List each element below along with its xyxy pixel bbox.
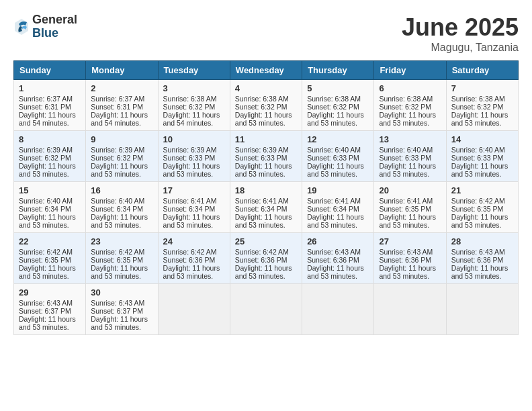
calendar-row-5: 29Sunrise: 6:43 AMSunset: 6:37 PMDayligh…: [14, 284, 519, 335]
day-number: 27: [379, 236, 441, 246]
calendar-cell: [446, 284, 518, 335]
logo-icon: [13, 17, 30, 36]
logo-text: General Blue: [32, 13, 77, 40]
day-number: 7: [451, 83, 513, 93]
day-header-saturday: Saturday: [446, 61, 518, 80]
calendar-cell: 23Sunrise: 6:42 AMSunset: 6:35 PMDayligh…: [86, 233, 158, 284]
day-number: 18: [235, 185, 297, 195]
day-number: 29: [19, 287, 81, 298]
calendar-cell: 1Sunrise: 6:37 AMSunset: 6:31 PMDaylight…: [14, 80, 86, 131]
day-number: 5: [307, 83, 369, 93]
calendar-cell: 19Sunrise: 6:41 AMSunset: 6:34 PMDayligh…: [302, 182, 374, 233]
days-header-row: SundayMondayTuesdayWednesdayThursdayFrid…: [14, 61, 519, 80]
calendar-cell: [302, 284, 374, 335]
day-header-thursday: Thursday: [302, 61, 374, 80]
day-number: 28: [451, 236, 513, 246]
day-number: 30: [91, 287, 152, 298]
calendar-cell: 29Sunrise: 6:43 AMSunset: 6:37 PMDayligh…: [14, 284, 86, 335]
day-header-monday: Monday: [86, 61, 158, 80]
calendar-cell: 6Sunrise: 6:38 AMSunset: 6:32 PMDaylight…: [374, 80, 446, 131]
calendar-cell: 5Sunrise: 6:38 AMSunset: 6:32 PMDaylight…: [302, 80, 374, 131]
calendar-cell: 27Sunrise: 6:43 AMSunset: 6:36 PMDayligh…: [374, 233, 446, 284]
day-number: 19: [307, 185, 369, 195]
day-number: 17: [163, 185, 225, 195]
calendar-cell: 10Sunrise: 6:39 AMSunset: 6:33 PMDayligh…: [158, 131, 230, 182]
calendar-cell: 7Sunrise: 6:38 AMSunset: 6:32 PMDaylight…: [446, 80, 518, 131]
day-number: 20: [379, 185, 441, 195]
calendar-cell: 22Sunrise: 6:42 AMSunset: 6:35 PMDayligh…: [14, 233, 86, 284]
calendar-cell: 15Sunrise: 6:40 AMSunset: 6:34 PMDayligh…: [14, 182, 86, 233]
day-number: 8: [19, 134, 81, 144]
day-number: 23: [91, 236, 152, 246]
month-title: June 2025: [402, 13, 519, 42]
day-number: 14: [451, 134, 513, 144]
calendar-cell: 9Sunrise: 6:39 AMSunset: 6:32 PMDaylight…: [86, 131, 158, 182]
logo: General Blue: [13, 13, 77, 40]
location-title: Magugu, Tanzania: [402, 42, 519, 54]
day-number: 13: [379, 134, 441, 144]
calendar-row-3: 15Sunrise: 6:40 AMSunset: 6:34 PMDayligh…: [14, 182, 519, 233]
day-header-wednesday: Wednesday: [230, 61, 302, 80]
day-number: 16: [91, 185, 152, 195]
calendar-cell: 16Sunrise: 6:40 AMSunset: 6:34 PMDayligh…: [86, 182, 158, 233]
day-header-friday: Friday: [374, 61, 446, 80]
day-number: 11: [235, 134, 297, 144]
calendar-cell: 13Sunrise: 6:40 AMSunset: 6:33 PMDayligh…: [374, 131, 446, 182]
day-number: 3: [163, 83, 225, 93]
title-area: June 2025 Magugu, Tanzania: [402, 13, 519, 54]
calendar-cell: 25Sunrise: 6:42 AMSunset: 6:36 PMDayligh…: [230, 233, 302, 284]
calendar-cell: 30Sunrise: 6:43 AMSunset: 6:37 PMDayligh…: [86, 284, 158, 335]
calendar-cell: 21Sunrise: 6:42 AMSunset: 6:35 PMDayligh…: [446, 182, 518, 233]
day-number: 4: [235, 83, 297, 93]
calendar-cell: 26Sunrise: 6:43 AMSunset: 6:36 PMDayligh…: [302, 233, 374, 284]
calendar-row-4: 22Sunrise: 6:42 AMSunset: 6:35 PMDayligh…: [14, 233, 519, 284]
day-header-sunday: Sunday: [14, 61, 86, 80]
calendar-cell: 18Sunrise: 6:41 AMSunset: 6:34 PMDayligh…: [230, 182, 302, 233]
day-number: 9: [91, 134, 152, 144]
calendar-cell: 17Sunrise: 6:41 AMSunset: 6:34 PMDayligh…: [158, 182, 230, 233]
day-number: 21: [451, 185, 513, 195]
calendar-cell: 24Sunrise: 6:42 AMSunset: 6:36 PMDayligh…: [158, 233, 230, 284]
calendar-cell: 3Sunrise: 6:38 AMSunset: 6:32 PMDaylight…: [158, 80, 230, 131]
day-number: 6: [379, 83, 441, 93]
calendar: SundayMondayTuesdayWednesdayThursdayFrid…: [13, 60, 519, 335]
day-number: 22: [19, 236, 81, 246]
calendar-cell: [374, 284, 446, 335]
day-number: 12: [307, 134, 369, 144]
calendar-cell: 2Sunrise: 6:37 AMSunset: 6:31 PMDaylight…: [86, 80, 158, 131]
day-number: 26: [307, 236, 369, 246]
day-number: 10: [163, 134, 225, 144]
day-number: 1: [19, 83, 81, 93]
header: General Blue June 2025 Magugu, Tanzania: [13, 13, 519, 54]
day-number: 15: [19, 185, 81, 195]
calendar-cell: 28Sunrise: 6:43 AMSunset: 6:36 PMDayligh…: [446, 233, 518, 284]
day-number: 2: [91, 83, 152, 93]
calendar-row-2: 8Sunrise: 6:39 AMSunset: 6:32 PMDaylight…: [14, 131, 519, 182]
calendar-row-1: 1Sunrise: 6:37 AMSunset: 6:31 PMDaylight…: [14, 80, 519, 131]
calendar-cell: 14Sunrise: 6:40 AMSunset: 6:33 PMDayligh…: [446, 131, 518, 182]
calendar-cell: [230, 284, 302, 335]
calendar-cell: [158, 284, 230, 335]
calendar-cell: 11Sunrise: 6:39 AMSunset: 6:33 PMDayligh…: [230, 131, 302, 182]
calendar-cell: 8Sunrise: 6:39 AMSunset: 6:32 PMDaylight…: [14, 131, 86, 182]
calendar-cell: 4Sunrise: 6:38 AMSunset: 6:32 PMDaylight…: [230, 80, 302, 131]
day-header-tuesday: Tuesday: [158, 61, 230, 80]
calendar-cell: 20Sunrise: 6:41 AMSunset: 6:35 PMDayligh…: [374, 182, 446, 233]
logo-general-text: General: [32, 13, 77, 27]
logo-blue-text: Blue: [32, 27, 77, 40]
calendar-cell: 12Sunrise: 6:40 AMSunset: 6:33 PMDayligh…: [302, 131, 374, 182]
day-number: 25: [235, 236, 297, 246]
day-number: 24: [163, 236, 225, 246]
